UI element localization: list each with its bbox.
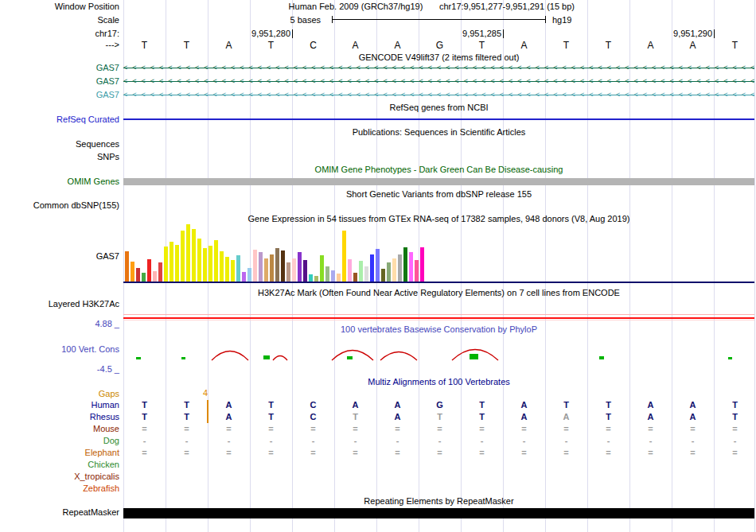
- gencode-title[interactable]: GENCODE V49lift37 (2 items filtered out): [123, 52, 754, 62]
- gtex-tissue-bar-36[interactable]: [325, 266, 329, 282]
- gtex-tissue-bar-32[interactable]: [303, 260, 307, 282]
- track-label-common-dbsnp[interactable]: Common dbSNP(155): [0, 200, 119, 211]
- gtex-tissue-bar-19[interactable]: [231, 260, 235, 282]
- track-label-x-tropicalis[interactable]: X_tropicalis: [0, 472, 119, 482]
- gtex-tissue-bar-0[interactable]: [125, 251, 129, 282]
- gtex-tissue-bar-3[interactable]: [142, 273, 146, 282]
- gtex-tissue-bar-28[interactable]: [281, 250, 285, 282]
- track-label-gas7-3[interactable]: GAS7: [0, 90, 119, 100]
- refseq-title[interactable]: RefSeq genes from NCBI: [123, 103, 754, 112]
- gtex-tissue-bar-15[interactable]: [208, 246, 212, 282]
- gtex-tissue-bar-27[interactable]: [275, 248, 279, 282]
- track-label-chrom[interactable]: chr17:: [0, 29, 119, 39]
- gtex-tissue-bar-21[interactable]: [242, 272, 246, 282]
- track-label-zebrafish[interactable]: Zebrafish: [0, 483, 119, 494]
- refseq-curated-line[interactable]: [123, 118, 754, 120]
- gtex-tissue-bar-4[interactable]: [147, 259, 151, 282]
- gtex-tissue-bar-9[interactable]: [175, 245, 179, 282]
- dbsnp-title[interactable]: Short Genetic Variants from dbSNP releas…: [123, 189, 754, 199]
- gtex-tissue-bar-23[interactable]: [253, 250, 257, 282]
- track-label-gas7-2[interactable]: GAS7: [0, 76, 119, 87]
- gtex-tissue-bar-49[interactable]: [398, 254, 402, 282]
- track-label-phylop-max[interactable]: 4.88 _: [0, 319, 119, 329]
- gtex-tissue-bar-48[interactable]: [392, 258, 396, 282]
- gtex-tissue-bar-53[interactable]: [420, 247, 424, 282]
- track-label-mouse[interactable]: Mouse: [0, 424, 119, 434]
- track-label-repeatmasker[interactable]: RepeatMasker: [0, 507, 119, 518]
- gtex-tissue-bar-25[interactable]: [264, 258, 268, 282]
- track-label-sequences[interactable]: Sequences: [0, 139, 119, 150]
- repeatmasker-bar[interactable]: [123, 508, 754, 518]
- omim-title[interactable]: OMIM Gene Phenotypes - Dark Green Can Be…: [123, 165, 754, 174]
- track-label-window-position[interactable]: Window Position: [0, 2, 119, 12]
- h3k27ac-line-1[interactable]: [123, 317, 754, 319]
- gtex-tissue-bar-41[interactable]: [353, 273, 357, 282]
- omim-genes-bar[interactable]: [123, 178, 754, 185]
- h3k27ac-line-2[interactable]: [123, 320, 754, 320]
- gtex-tissue-bar-30[interactable]: [292, 258, 296, 282]
- gtex-tissue-bar-40[interactable]: [348, 259, 352, 282]
- gtex-tissue-bar-13[interactable]: [197, 239, 201, 282]
- gtex-tissue-bar-12[interactable]: [192, 229, 196, 282]
- gtex-tissue-bar-42[interactable]: [359, 261, 363, 282]
- gtex-tissue-bar-44[interactable]: [370, 254, 374, 282]
- track-label-omim-genes[interactable]: OMIM Genes: [0, 177, 119, 187]
- gtex-tissue-bar-22[interactable]: [247, 268, 251, 282]
- gene-gas7-1[interactable]: <<<<<<<<<<<<<<<<<<<<<<<<<<<<<<<<<<<<<<<<…: [123, 64, 754, 72]
- gtex-tissue-bar-11[interactable]: [186, 224, 190, 282]
- gtex-tissue-bar-50[interactable]: [403, 247, 407, 282]
- gtex-tissue-bar-14[interactable]: [203, 248, 207, 282]
- gtex-tissue-bar-29[interactable]: [286, 262, 290, 282]
- gtex-title[interactable]: Gene Expression in 54 tissues from GTEx …: [123, 214, 754, 223]
- aln-mouse-col6: =: [376, 424, 419, 433]
- track-label-refseq-curated[interactable]: RefSeq Curated: [0, 115, 119, 125]
- track-label-rhesus[interactable]: Rhesus: [0, 412, 119, 422]
- gtex-tissue-bar-20[interactable]: [236, 255, 240, 282]
- gtex-tissue-bar-51[interactable]: [409, 252, 413, 282]
- track-label-gtex-gas7[interactable]: GAS7: [0, 251, 119, 262]
- track-label-strand[interactable]: --->: [0, 40, 119, 50]
- gtex-tissue-bar-35[interactable]: [320, 255, 324, 282]
- repeatmasker-title[interactable]: Repeating Elements by RepeatMasker: [123, 496, 754, 506]
- gtex-tissue-bar-17[interactable]: [220, 251, 224, 282]
- gtex-tissue-bar-33[interactable]: [309, 274, 313, 282]
- gtex-tissue-bar-10[interactable]: [181, 231, 185, 282]
- gtex-tissue-bar-18[interactable]: [225, 257, 229, 282]
- track-label-human[interactable]: Human: [0, 400, 119, 410]
- gtex-tissue-bar-24[interactable]: [259, 252, 263, 282]
- gene-gas7-2[interactable]: <<<<<<<<<<<<<<<<<<<<<<<<<<<<<<<<<<<<<<<<…: [123, 78, 754, 85]
- gtex-tissue-bar-52[interactable]: [415, 260, 419, 282]
- gtex-tissue-bar-16[interactable]: [214, 240, 218, 282]
- gtex-tissue-bar-39[interactable]: [342, 231, 346, 282]
- gtex-tissue-bar-8[interactable]: [170, 242, 173, 282]
- h3k27ac-line-0[interactable]: [123, 314, 754, 315]
- track-label-vert-cons[interactable]: 100 Vert. Cons: [0, 344, 119, 355]
- gtex-tissue-bar-43[interactable]: [364, 266, 368, 282]
- gene-gas7-3[interactable]: <<<<<<<<<<<<<<<<<<<<<<<<<<<<<<<<<<<<<<<<…: [123, 91, 754, 99]
- gtex-tissue-bar-6[interactable]: [158, 262, 162, 282]
- gtex-tissue-bar-5[interactable]: [153, 271, 157, 282]
- gtex-tissue-bar-26[interactable]: [270, 254, 274, 282]
- gtex-tissue-bar-2[interactable]: [136, 268, 140, 282]
- track-label-gaps[interactable]: Gaps: [0, 389, 119, 399]
- gtex-tissue-bar-47[interactable]: [387, 262, 391, 282]
- track-label-elephant[interactable]: Elephant: [0, 448, 119, 458]
- gtex-tissue-bar-45[interactable]: [376, 249, 380, 282]
- multiz-title[interactable]: Multiz Alignments of 100 Vertebrates: [123, 377, 754, 386]
- track-label-snps[interactable]: SNPs: [0, 152, 119, 162]
- gtex-tissue-bar-7[interactable]: [164, 247, 168, 282]
- track-label-dog[interactable]: Dog: [0, 436, 119, 446]
- gtex-tissue-bar-37[interactable]: [331, 270, 335, 282]
- track-label-layered-h3k27ac[interactable]: Layered H3K27Ac: [0, 299, 119, 309]
- publications-title[interactable]: Publications: Sequences in Scientific Ar…: [123, 127, 754, 137]
- track-label-chicken[interactable]: Chicken: [0, 460, 119, 470]
- gtex-tissue-bar-1[interactable]: [131, 262, 134, 282]
- gtex-tissue-bar-31[interactable]: [298, 252, 302, 282]
- track-label-scale[interactable]: Scale: [0, 15, 119, 25]
- gtex-tissue-bar-46[interactable]: [381, 269, 385, 282]
- gtex-tissue-bar-38[interactable]: [337, 274, 341, 282]
- track-label-gas7-1[interactable]: GAS7: [0, 63, 119, 73]
- gtex-tissue-bar-34[interactable]: [314, 276, 318, 282]
- track-label-phylop-min[interactable]: -4.5 _: [0, 364, 119, 375]
- h3k27ac-title[interactable]: H3K27Ac Mark (Often Found Near Active Re…: [123, 288, 754, 297]
